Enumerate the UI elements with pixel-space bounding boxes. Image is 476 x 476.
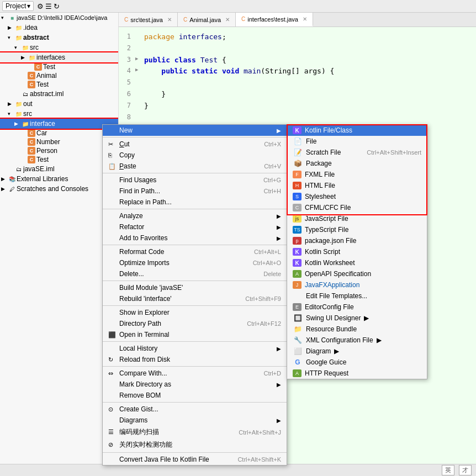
menu-item-create-gist[interactable]: ⊙ Create Gist... <box>103 404 287 415</box>
submenu-item-fxml[interactable]: F FXML File <box>287 169 427 180</box>
code-text: public class Test { <box>144 55 476 66</box>
tab-close-button[interactable]: ✕ <box>303 16 307 22</box>
menu-item-realtime[interactable]: ⊘ 关闭实时检测功能 <box>103 438 287 451</box>
sidebar-item-src2[interactable]: ▾ 📁 src <box>0 109 118 119</box>
menu-item-remove-bom[interactable]: Remove BOM <box>103 390 287 401</box>
sidebar-item-javaseiml[interactable]: 🗂 javaSE.iml <box>0 164 118 174</box>
tab-interfaces-test[interactable]: C interfaces\test.java ✕ <box>236 13 313 27</box>
code-text <box>144 77 476 89</box>
submenu-item-package-json[interactable]: p package.json File <box>287 235 427 246</box>
menu-item-analyze[interactable]: Analyze ▶ <box>103 210 287 221</box>
tab-test-java[interactable]: C src\test.java ✕ <box>119 13 178 27</box>
menu-item-find-in-path[interactable]: Find in Path... Ctrl+H <box>103 186 287 197</box>
menu-item-code-check[interactable]: ☰ 编码规约扫描 Ctrl+Alt+Shift+J <box>103 426 287 438</box>
menu-item-add-favorites[interactable]: Add to Favorites ▶ <box>103 232 287 244</box>
sidebar-item-person[interactable]: C Person <box>0 146 118 155</box>
code-text: } <box>144 101 476 112</box>
sidebar-item-idea[interactable]: ▶ 📁 .idea <box>0 23 118 33</box>
sidebar-item-animal[interactable]: C Animal <box>0 71 118 80</box>
sidebar-item-extlibs[interactable]: ▶ 📚 External Libraries <box>0 174 118 184</box>
filter-icon[interactable]: ☰ <box>45 2 52 10</box>
menu-item-local-history[interactable]: Local History ▶ <box>103 343 287 354</box>
tab-close-button[interactable]: ✕ <box>225 17 230 23</box>
menu-item-reload[interactable]: ↻ Reload from Disk <box>103 354 287 365</box>
submenu-item-openapi[interactable]: A OpenAPI Specification <box>287 268 427 279</box>
submenu-item-resource-bundle[interactable]: 📁 Resource Bundle <box>287 324 427 335</box>
guice-icon: G <box>293 358 303 366</box>
menu-item-rebuild[interactable]: Rebuild 'interface' Ctrl+Shift+F9 <box>103 293 287 304</box>
menu-item-refactor[interactable]: Refactor ▶ <box>103 221 287 232</box>
menu-item-replace-in-path[interactable]: Replace in Path... <box>103 197 287 208</box>
menu-item-compare[interactable]: ⇔ Compare With... Ctrl+D <box>103 368 287 379</box>
submenu-item-stylesheet[interactable]: S Stylesheet <box>287 191 427 202</box>
lang-en-button[interactable]: 英 <box>442 465 454 475</box>
menu-item-build[interactable]: Build Module 'javaSE' <box>103 282 287 293</box>
menu-item-convert[interactable]: Convert Java File to Kotlin File Ctrl+Al… <box>103 454 287 465</box>
settings-icon[interactable]: ⚙ <box>37 2 44 10</box>
lang-zh-button[interactable]: 才 <box>459 465 472 475</box>
sidebar-item-interfaces[interactable]: ▶ 📁 interfaces <box>0 52 118 62</box>
submenu-item-js[interactable]: js JavaScript File <box>287 213 427 224</box>
submenu-item-html[interactable]: H HTML File <box>287 180 427 191</box>
sidebar-item-abstract[interactable]: ▾ 📁 abstract <box>0 33 118 43</box>
templates-icon <box>293 292 303 300</box>
submenu-item-package[interactable]: 📦 Package <box>287 158 427 169</box>
java-file-icon: C <box>241 16 245 22</box>
sidebar-item-test3[interactable]: C Test <box>0 155 118 164</box>
submenu-item-edit-templates[interactable]: Edit File Templates... <box>287 290 427 302</box>
menu-item-optimize[interactable]: Optimize Imports Ctrl+Alt+O <box>103 257 287 268</box>
menu-item-open-terminal[interactable]: ⬛ Open in Terminal <box>103 329 287 340</box>
sidebar-item-scratches[interactable]: ▶ 🖊 Scratches and Consoles <box>0 184 118 194</box>
submenu-item-ts[interactable]: TS TypeScript File <box>287 224 427 235</box>
refresh-icon[interactable]: ↻ <box>54 2 60 10</box>
menu-separator <box>103 341 287 342</box>
ts-icon: TS <box>293 226 302 234</box>
sidebar-item-number[interactable]: C Number <box>0 137 118 146</box>
compare-icon: ⇔ <box>108 370 119 377</box>
submenu-item-xml-config[interactable]: 🔧 XML Configuration File ▶ <box>287 335 427 346</box>
menu-item-diagrams[interactable]: Diagrams ▶ <box>103 415 287 426</box>
sidebar-item-car[interactable]: C Car <box>0 129 118 137</box>
menu-item-cut[interactable]: ✂ Cut Ctrl+X <box>103 139 287 150</box>
menu-item-copy[interactable]: ⎘ Copy <box>103 150 287 161</box>
menu-item-reformat[interactable]: Reformat Code Ctrl+Alt+L <box>103 246 287 257</box>
project-dropdown[interactable]: Project ▾ <box>2 1 34 11</box>
expand-arrow-icon: ▾ <box>8 35 14 40</box>
submenu-item-kotlin-script[interactable]: K Kotlin Script <box>287 246 427 257</box>
submenu-item-scratch-file[interactable]: 📝 Scratch File Ctrl+Alt+Shift+Insert <box>287 147 427 158</box>
http-icon: A <box>293 369 302 377</box>
fold-arrow-icon[interactable]: ▶ <box>135 66 144 73</box>
submenu-item-google-guice[interactable]: G Google Guice <box>287 357 427 368</box>
sidebar-item-test1[interactable]: C Test <box>0 62 118 71</box>
submenu-item-diagram[interactable]: ⬜ Diagram ▶ <box>287 346 427 357</box>
submenu-arrow-icon: ▶ <box>277 128 281 134</box>
abstractiml-label: abstract.iml <box>30 90 118 98</box>
tab-close-button[interactable]: ✕ <box>167 17 172 23</box>
sidebar-item-abstractiml[interactable]: 🗂 abstract.iml <box>0 89 118 99</box>
tab-animal[interactable]: C Animal.java ✕ <box>178 13 236 27</box>
sidebar-item-test2[interactable]: C Test <box>0 80 118 89</box>
menu-item-find-usages[interactable]: Find Usages Ctrl+G <box>103 174 287 186</box>
menu-item-show-explorer[interactable]: Show in Explorer <box>103 307 287 318</box>
menu-item-new[interactable]: New ▶ <box>103 125 287 136</box>
submenu-item-editorconfig[interactable]: E EditorConfig File <box>287 302 427 313</box>
submenu-item-cfml[interactable]: C CFML/CFC File <box>287 202 427 213</box>
sidebar-item-out[interactable]: ▶ 📁 out <box>0 99 118 109</box>
menu-item-delete[interactable]: Delete... Delete <box>103 268 287 279</box>
menu-show-explorer-label: Show in Explorer <box>119 309 281 316</box>
menu-item-mark-dir[interactable]: Mark Directory as ▶ <box>103 379 287 390</box>
submenu-item-kotlin-worksheet[interactable]: K Kotlin Worksheet <box>287 257 427 268</box>
submenu-item-kotlin-file[interactable]: K Kotlin File/Class <box>287 125 427 136</box>
sidebar-item-interface[interactable]: ▶ 📁 interface <box>0 119 118 129</box>
sidebar-item-javase[interactable]: ▾ ■ javaSE D:\IntelliJ IDEA\Code\java <box>0 13 118 23</box>
menu-item-dir-path[interactable]: Directory Path Ctrl+Alt+F12 <box>103 318 287 329</box>
submenu-item-swing[interactable]: 🔲 Swing UI Designer ▶ <box>287 313 427 324</box>
sidebar-item-src[interactable]: ▾ 📁 src <box>0 43 118 52</box>
line-number: 6 <box>119 89 135 99</box>
submenu-arrow-icon: ▶ <box>377 336 382 344</box>
submenu-item-file[interactable]: 📄 File <box>287 136 427 147</box>
fold-arrow-icon[interactable]: ▶ <box>135 55 144 62</box>
submenu-item-javafx[interactable]: J JavaFXApplication <box>287 279 427 290</box>
submenu-item-http-request[interactable]: A HTTP Request <box>287 368 427 379</box>
menu-item-paste[interactable]: 📋 Paste Ctrl+V <box>103 161 287 172</box>
